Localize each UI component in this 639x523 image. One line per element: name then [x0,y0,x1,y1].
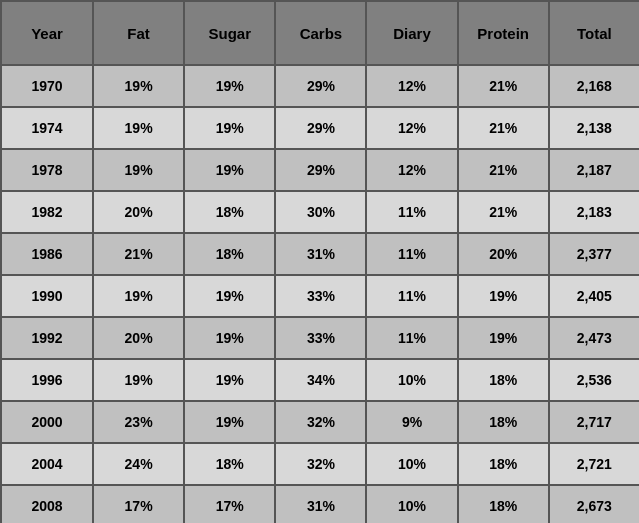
nutrition-table: Year Fat Sugar Carbs Diary Protein Total… [0,0,639,523]
cell-diary: 11% [366,191,457,233]
cell-total: 2,717 [549,401,639,443]
cell-protein: 18% [458,485,549,523]
cell-carbs: 32% [275,443,366,485]
cell-year: 1996 [1,359,93,401]
cell-diary: 11% [366,317,457,359]
cell-fat: 17% [93,485,184,523]
cell-total: 2,168 [549,65,639,107]
col-header-carbs: Carbs [275,1,366,65]
table-row: 200817%17%31%10%18%2,673 [1,485,639,523]
cell-carbs: 29% [275,149,366,191]
cell-diary: 12% [366,149,457,191]
cell-protein: 21% [458,65,549,107]
cell-total: 2,138 [549,107,639,149]
table-row: 200424%18%32%10%18%2,721 [1,443,639,485]
col-header-diary: Diary [366,1,457,65]
cell-total: 2,473 [549,317,639,359]
cell-total: 2,673 [549,485,639,523]
cell-fat: 19% [93,65,184,107]
cell-diary: 11% [366,233,457,275]
cell-carbs: 34% [275,359,366,401]
cell-carbs: 33% [275,275,366,317]
cell-carbs: 29% [275,65,366,107]
col-header-fat: Fat [93,1,184,65]
cell-year: 1974 [1,107,93,149]
cell-sugar: 19% [184,65,275,107]
cell-diary: 10% [366,485,457,523]
cell-fat: 20% [93,191,184,233]
table-row: 200023%19%32%9%18%2,717 [1,401,639,443]
table-row: 198220%18%30%11%21%2,183 [1,191,639,233]
cell-total: 2,183 [549,191,639,233]
cell-protein: 19% [458,275,549,317]
cell-fat: 23% [93,401,184,443]
cell-diary: 10% [366,443,457,485]
cell-year: 1992 [1,317,93,359]
col-header-sugar: Sugar [184,1,275,65]
cell-diary: 11% [366,275,457,317]
cell-diary: 10% [366,359,457,401]
table-row: 199619%19%34%10%18%2,536 [1,359,639,401]
cell-total: 2,377 [549,233,639,275]
cell-total: 2,721 [549,443,639,485]
col-header-year: Year [1,1,93,65]
cell-sugar: 19% [184,107,275,149]
cell-protein: 21% [458,191,549,233]
cell-fat: 20% [93,317,184,359]
cell-carbs: 29% [275,107,366,149]
cell-sugar: 17% [184,485,275,523]
table-row: 197019%19%29%12%21%2,168 [1,65,639,107]
cell-protein: 18% [458,401,549,443]
cell-year: 1970 [1,65,93,107]
table-row: 199019%19%33%11%19%2,405 [1,275,639,317]
cell-protein: 19% [458,317,549,359]
cell-year: 1978 [1,149,93,191]
table-row: 198621%18%31%11%20%2,377 [1,233,639,275]
cell-protein: 21% [458,149,549,191]
cell-year: 1986 [1,233,93,275]
cell-fat: 19% [93,359,184,401]
cell-sugar: 19% [184,149,275,191]
cell-fat: 19% [93,107,184,149]
cell-diary: 9% [366,401,457,443]
cell-protein: 18% [458,443,549,485]
cell-sugar: 18% [184,191,275,233]
cell-year: 2000 [1,401,93,443]
cell-protein: 18% [458,359,549,401]
cell-sugar: 19% [184,275,275,317]
table-row: 197819%19%29%12%21%2,187 [1,149,639,191]
cell-fat: 24% [93,443,184,485]
cell-year: 2004 [1,443,93,485]
cell-fat: 19% [93,275,184,317]
cell-total: 2,405 [549,275,639,317]
cell-carbs: 31% [275,485,366,523]
cell-fat: 21% [93,233,184,275]
cell-sugar: 19% [184,401,275,443]
cell-sugar: 18% [184,233,275,275]
cell-year: 1982 [1,191,93,233]
cell-diary: 12% [366,107,457,149]
cell-fat: 19% [93,149,184,191]
cell-diary: 12% [366,65,457,107]
cell-total: 2,187 [549,149,639,191]
cell-carbs: 33% [275,317,366,359]
cell-protein: 20% [458,233,549,275]
cell-carbs: 31% [275,233,366,275]
header-row: Year Fat Sugar Carbs Diary Protein Total [1,1,639,65]
cell-sugar: 18% [184,443,275,485]
cell-total: 2,536 [549,359,639,401]
cell-sugar: 19% [184,359,275,401]
cell-year: 2008 [1,485,93,523]
table-row: 197419%19%29%12%21%2,138 [1,107,639,149]
cell-protein: 21% [458,107,549,149]
cell-carbs: 30% [275,191,366,233]
cell-sugar: 19% [184,317,275,359]
col-header-protein: Protein [458,1,549,65]
cell-carbs: 32% [275,401,366,443]
cell-year: 1990 [1,275,93,317]
col-header-total: Total [549,1,639,65]
table-row: 199220%19%33%11%19%2,473 [1,317,639,359]
